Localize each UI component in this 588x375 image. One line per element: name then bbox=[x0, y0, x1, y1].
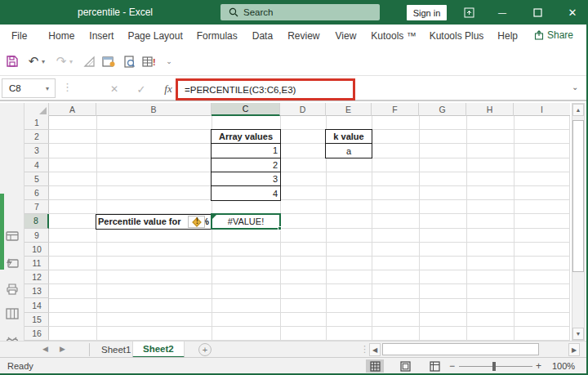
properties-button[interactable] bbox=[100, 52, 118, 70]
check-icon: ✓ bbox=[137, 83, 146, 96]
tab-help[interactable]: Help bbox=[496, 30, 519, 42]
cell-C4[interactable]: 2 bbox=[212, 158, 280, 172]
scroll-right-button[interactable]: ▶ bbox=[568, 343, 580, 356]
zoom-slider-track[interactable] bbox=[459, 366, 532, 367]
print-preview-button[interactable] bbox=[120, 52, 138, 70]
window-title: percentile - Excel bbox=[78, 7, 153, 18]
scroll-up-button[interactable]: ▲ bbox=[572, 104, 584, 116]
sheet-tab-sheet2[interactable]: Sheet2 bbox=[132, 342, 185, 358]
error-options-button[interactable]: ! bbox=[188, 216, 205, 228]
row-header-10[interactable]: 10 bbox=[24, 243, 49, 257]
share-button[interactable]: Share bbox=[534, 29, 573, 41]
fill-handle[interactable] bbox=[278, 226, 282, 230]
quick-access-pane-icon[interactable] bbox=[6, 257, 19, 270]
tab-file[interactable]: File bbox=[10, 30, 29, 42]
cell-C3[interactable]: 1 bbox=[212, 144, 280, 158]
row-header-1[interactable]: 1 bbox=[24, 116, 49, 130]
formula-bar-resize-handle[interactable]: ⋮ bbox=[62, 81, 73, 93]
vertical-scrollbar[interactable]: ▲ ▼ bbox=[572, 103, 585, 341]
column-header-i[interactable]: I bbox=[514, 103, 570, 116]
tab-home[interactable]: Home bbox=[47, 30, 76, 42]
tab-insert[interactable]: Insert bbox=[87, 30, 115, 42]
sign-in-label: Sign in bbox=[413, 8, 441, 18]
row-header-16[interactable]: 16 bbox=[24, 327, 49, 341]
expand-formula-bar-button[interactable]: ⌄ bbox=[572, 83, 578, 92]
select-all-button[interactable] bbox=[24, 103, 49, 116]
cell-C6[interactable]: 4 bbox=[212, 186, 280, 200]
vertical-scrollbar-thumb[interactable] bbox=[572, 120, 584, 272]
undo-dropdown[interactable]: ▾ bbox=[39, 52, 47, 70]
column-header-h[interactable]: H bbox=[466, 103, 514, 116]
tab-kutools[interactable]: Kutools ™ bbox=[369, 30, 417, 42]
scrollbar-resize-handle[interactable]: ⋮ bbox=[360, 344, 369, 355]
tab-review[interactable]: Review bbox=[286, 30, 321, 42]
cell-C2[interactable]: Array values bbox=[212, 130, 280, 144]
customize-qat-button[interactable]: ⌄ bbox=[163, 52, 175, 70]
row-header-6[interactable]: 6 bbox=[24, 186, 49, 200]
row-header-9[interactable]: 9 bbox=[24, 229, 49, 243]
row-header-7[interactable]: 7 bbox=[24, 200, 49, 214]
row-header-14[interactable]: 14 bbox=[24, 298, 49, 312]
scroll-left-button[interactable]: ◀ bbox=[369, 343, 381, 356]
row-header-8[interactable]: 8 bbox=[24, 214, 49, 228]
column-header-b[interactable]: B bbox=[96, 103, 212, 116]
search-input[interactable]: Search bbox=[220, 4, 380, 20]
column-header-d[interactable]: D bbox=[280, 103, 326, 116]
horizontal-scrollbar-thumb[interactable] bbox=[382, 343, 539, 355]
column-header-c[interactable]: C bbox=[212, 103, 280, 116]
cell-area[interactable]: Array values 1 2 3 4 k value a Percentil… bbox=[49, 116, 570, 341]
worksheet-pane-icon[interactable] bbox=[6, 230, 19, 243]
scroll-down-button[interactable]: ▼ bbox=[572, 328, 584, 340]
column-pane-icon[interactable] bbox=[6, 307, 19, 320]
add-sheet-button[interactable]: + bbox=[198, 343, 212, 356]
zoom-level[interactable]: 100% bbox=[552, 361, 575, 371]
insert-function-button[interactable]: fx bbox=[160, 81, 176, 97]
printer-pane-icon[interactable] bbox=[6, 283, 19, 296]
zoom-out-button[interactable]: − bbox=[449, 360, 455, 372]
row-header-2[interactable]: 2 bbox=[24, 130, 49, 144]
cell-E3[interactable]: a bbox=[326, 144, 372, 158]
row-header-3[interactable]: 3 bbox=[24, 144, 49, 158]
error-checking-button[interactable]: ! bbox=[140, 52, 158, 70]
chevron-down-icon: ⌄ bbox=[166, 57, 172, 65]
save-button[interactable] bbox=[3, 52, 21, 70]
ribbon-display-options-button[interactable] bbox=[455, 0, 483, 25]
close-button[interactable]: ✕ bbox=[559, 0, 586, 25]
tab-view[interactable]: View bbox=[334, 30, 359, 42]
row-header-5[interactable]: 5 bbox=[24, 172, 49, 186]
cell-E2[interactable]: k value bbox=[326, 130, 372, 144]
row-header-12[interactable]: 12 bbox=[24, 270, 49, 284]
zoom-in-button[interactable]: + bbox=[536, 360, 541, 372]
cell-C5[interactable]: 3 bbox=[212, 172, 280, 186]
maximize-button[interactable] bbox=[523, 0, 551, 25]
column-header-a[interactable]: A bbox=[49, 103, 96, 116]
minimize-button[interactable]: — bbox=[488, 0, 516, 25]
column-header-g[interactable]: G bbox=[419, 103, 466, 116]
design-mode-button[interactable] bbox=[80, 52, 98, 70]
page-break-preview-button[interactable] bbox=[425, 359, 443, 373]
tab-formulas[interactable]: Formulas bbox=[195, 30, 239, 42]
normal-view-button[interactable] bbox=[366, 359, 384, 373]
prev-sheet-button[interactable]: ◀ bbox=[42, 345, 48, 353]
row-header-11[interactable]: 11 bbox=[24, 257, 49, 270]
row-header-4[interactable]: 4 bbox=[24, 158, 49, 172]
navigation-pane-toggle[interactable]: ◀ bbox=[0, 194, 4, 270]
prev-sheet-icon: ◀ bbox=[42, 345, 48, 353]
cancel-button[interactable]: ✕ bbox=[106, 81, 122, 97]
tab-page-layout[interactable]: Page Layout bbox=[126, 30, 184, 42]
row-header-15[interactable]: 15 bbox=[24, 313, 49, 327]
name-box-dropdown-icon[interactable]: ▾ bbox=[46, 85, 49, 92]
redo-dropdown[interactable]: ▾ bbox=[67, 52, 75, 70]
cell-C8-selected[interactable]: #VALUE! bbox=[211, 213, 281, 229]
column-header-f[interactable]: F bbox=[372, 103, 419, 116]
formula-input[interactable]: =PERCENTILE(C3:C6,E3) bbox=[185, 85, 296, 95]
sign-in-button[interactable]: Sign in bbox=[407, 5, 447, 20]
column-header-e[interactable]: E bbox=[326, 103, 372, 116]
next-sheet-button[interactable]: ▶ bbox=[60, 345, 65, 353]
tab-kutools-plus[interactable]: Kutools Plus bbox=[428, 30, 486, 42]
enter-button[interactable]: ✓ bbox=[133, 81, 149, 97]
tab-data[interactable]: Data bbox=[251, 30, 274, 42]
page-layout-view-button[interactable] bbox=[396, 359, 414, 373]
zoom-slider-thumb[interactable] bbox=[492, 362, 496, 371]
row-header-13[interactable]: 13 bbox=[24, 284, 49, 298]
